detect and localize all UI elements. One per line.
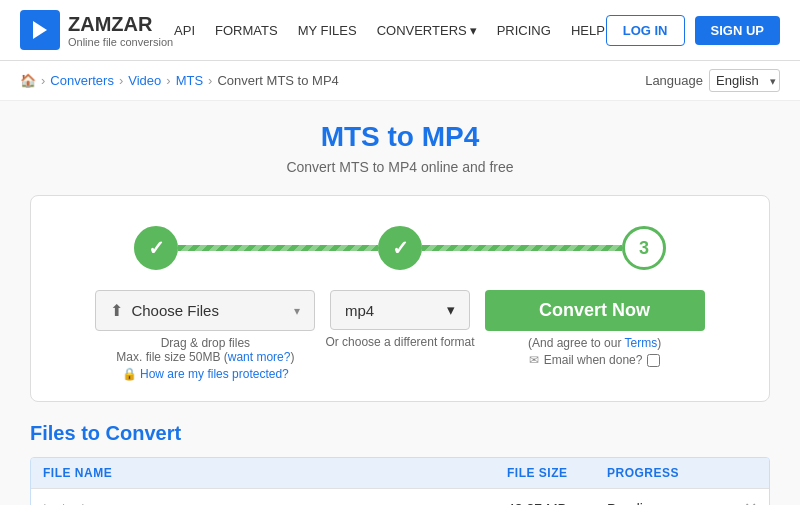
file-info: Drag & drop files Max. file size 50MB (w… [116,336,294,364]
email-icon: ✉ [529,353,539,367]
col-header-name: FILE NAME [43,466,507,480]
choose-files-area: ⬆ Choose Files ▾ Drag & drop files Max. … [95,290,315,381]
language-selector[interactable]: English [709,69,780,92]
header: ZAMZAR Online file conversion API FORMAT… [0,0,800,61]
nav-my-files[interactable]: MY FILES [298,23,357,38]
breadcrumb-bar: 🏠 › Converters › Video › MTS › Convert M… [0,61,800,101]
upload-icon: ⬆ [110,301,123,320]
breadcrumb-current: Convert MTS to MP4 [217,73,338,88]
login-button[interactable]: LOG IN [606,15,685,46]
step-1: ✓ [134,226,178,270]
nav-help[interactable]: HELP [571,23,605,38]
file-size: 48.37 MB [507,501,607,506]
drag-drop-text: Drag & drop files [116,336,294,350]
breadcrumb-video[interactable]: Video [128,73,161,88]
logo-area: ZAMZAR Online file conversion [20,10,173,50]
want-more-link[interactable]: want more? [228,350,291,364]
format-hint: Or choose a different format [325,335,474,349]
convert-area: Convert Now (And agree to our Terms) ✉ E… [485,290,705,367]
choose-dropdown-icon: ▾ [294,304,300,318]
remove-file-button[interactable]: ✕ [727,499,757,505]
logo-sub: Online file conversion [68,36,173,48]
lock-icon: 🔒 [122,367,137,381]
format-select-button[interactable]: mp4 ▾ [330,290,470,330]
logo-icon [20,10,60,50]
logo-name: ZAMZAR [68,13,173,36]
convert-button[interactable]: Convert Now [485,290,705,331]
file-name: test.mts [43,501,507,506]
files-title: Files to Convert [30,422,770,445]
logo-text: ZAMZAR Online file conversion [68,13,173,48]
breadcrumb-mts[interactable]: MTS [176,73,203,88]
format-area: mp4 ▾ Or choose a different format [325,290,474,349]
terms-link[interactable]: Terms [625,336,658,350]
conversion-card: ✓ ✓ 3 ⬆ Choose Files ▾ [30,195,770,402]
steps-row: ✓ ✓ 3 [51,226,749,270]
step-2: ✓ [378,226,422,270]
main-content: MTS to MP4 Convert MTS to MP4 online and… [0,101,800,505]
svg-marker-0 [33,21,47,39]
table-row: test.mts 48.37 MB Pending ✕ [31,488,769,505]
col-header-progress: PROGRESS [607,466,727,480]
step-3: 3 [622,226,666,270]
files-table-header: FILE NAME FILE SIZE PROGRESS [31,458,769,488]
file-protection-link[interactable]: 🔒 How are my files protected? [122,367,289,381]
home-icon[interactable]: 🏠 [20,73,36,88]
col-header-size: FILE SIZE [507,466,607,480]
email-line: ✉ Email when done? [529,353,661,367]
nav-converters[interactable]: CONVERTERS ▾ [377,23,477,38]
format-dropdown-icon: ▾ [447,301,455,319]
step-line-2 [422,245,622,251]
choose-files-button[interactable]: ⬆ Choose Files ▾ [95,290,315,331]
file-progress: Pending [607,501,727,506]
main-nav: API FORMATS MY FILES CONVERTERS ▾ PRICIN… [174,23,605,38]
breadcrumb: 🏠 › Converters › Video › MTS › Convert M… [20,73,339,88]
signup-button[interactable]: SIGN UP [695,16,780,45]
terms-line: (And agree to our Terms) [528,336,661,350]
format-value: mp4 [345,302,374,319]
breadcrumb-converters[interactable]: Converters [50,73,114,88]
language-select[interactable]: English [709,69,780,92]
step-line-1 [178,245,378,251]
language-area: Language English [645,69,780,92]
nav-actions: LOG IN SIGN UP [606,15,780,46]
page-title: MTS to MP4 [20,121,780,153]
actions-row: ⬆ Choose Files ▾ Drag & drop files Max. … [51,290,749,381]
files-table: FILE NAME FILE SIZE PROGRESS test.mts 48… [30,457,770,505]
files-section: Files to Convert FILE NAME FILE SIZE PRO… [30,422,770,505]
nav-api[interactable]: API [174,23,195,38]
page-subtitle: Convert MTS to MP4 online and free [20,159,780,175]
email-checkbox[interactable] [647,354,660,367]
choose-files-label: Choose Files [131,302,219,319]
nav-formats[interactable]: FORMATS [215,23,278,38]
nav-pricing[interactable]: PRICING [497,23,551,38]
language-label: Language [645,73,703,88]
